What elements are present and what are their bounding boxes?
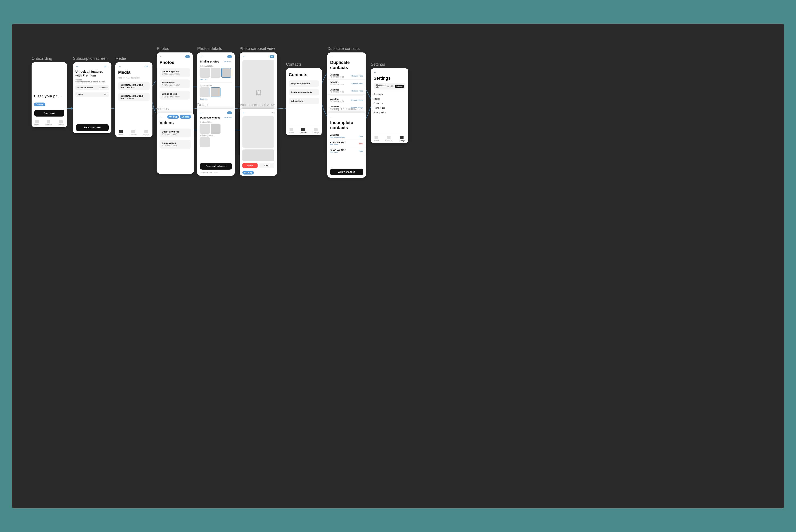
back-arrow[interactable]: ← xyxy=(76,65,79,68)
video-carousel-screen: ← 1/2 Delete Keep On drag xyxy=(240,109,277,176)
contacts-header xyxy=(286,68,322,72)
photos-details-title: Similar photos xyxy=(200,60,219,63)
lifetime-price: $YY xyxy=(104,93,108,95)
nav-settings-item[interactable]: Settings xyxy=(143,130,150,136)
videos-back[interactable]: ← xyxy=(159,115,163,119)
settings-privacy[interactable]: Privacy policy xyxy=(371,110,408,115)
video-carousel-group: Video carousel view ← 1/2 Delete Keep On… xyxy=(240,102,277,176)
photos-screenshots-item[interactable]: Screenshots 3,200 photos, 20 GB xyxy=(159,79,190,88)
carousel-back[interactable]: ← xyxy=(242,55,246,58)
video-carousel-back[interactable]: ← xyxy=(242,111,246,115)
weekly-label: Weekly with free trial xyxy=(77,87,93,89)
photos-back[interactable]: ← xyxy=(159,55,163,58)
nav-contacts-item[interactable]: Contacts xyxy=(130,130,137,136)
contacts-title: Contacts xyxy=(286,72,322,79)
carousel-badge: ↩ xyxy=(270,55,274,58)
dup-contacts-back[interactable]: ← xyxy=(330,55,333,58)
bullet-1: • No ads xyxy=(75,79,109,81)
videos-drag-badge-2: On drag xyxy=(180,115,191,119)
lifetime-label: Lifetime xyxy=(77,93,83,95)
inc-contact-3: +1 234 567 89 03Add name Keep xyxy=(327,147,366,155)
photos-header: ← ↩ xyxy=(157,53,193,60)
contacts-nav-settings[interactable]: Settings xyxy=(312,128,319,134)
subscribe-now-button[interactable]: Subscribe now xyxy=(76,124,109,131)
settings-bottom-nav: Media Contacts Settings xyxy=(371,134,408,143)
videos-drag-badge: On drag xyxy=(167,115,179,119)
subscription-title: Unlock all features with Premium xyxy=(75,70,109,77)
contacts-nav-media[interactable]: Media xyxy=(289,128,294,134)
dup-contact-4: Jane Doe+1 234 567 89 04 Rename Merge xyxy=(327,96,366,104)
onboarding-drag-badge: On drag xyxy=(34,102,45,106)
video-details-badge: ↩ xyxy=(227,111,232,114)
group1-label: Best rec... xyxy=(197,78,235,81)
dup-contact-1: John Doe+1 234 567 89 01 Rename Keep xyxy=(327,72,366,80)
photos-duplicate-item[interactable]: Duplicate photos 3,200 photos, 20 GB xyxy=(159,68,190,77)
settings-share-app[interactable]: Share app xyxy=(371,92,408,97)
start-now-button[interactable]: Start now xyxy=(34,110,64,116)
photos-details-back[interactable]: ← xyxy=(200,55,203,58)
photos-details-label: Photos details xyxy=(197,46,235,51)
media-videos-item[interactable]: Duplicate, similar and blurry videos xyxy=(118,93,150,101)
video-sort[interactable]: Newest first xyxy=(224,117,232,118)
contacts-label: Contacts xyxy=(286,62,322,66)
video-delete-all-button[interactable]: Delete all selected xyxy=(200,163,232,170)
nav-contacts: Contacts xyxy=(45,120,52,126)
settings-terms[interactable]: Terms of use xyxy=(371,106,408,110)
photo-thumb-selected[interactable] xyxy=(221,68,231,78)
settings-rate-us[interactable]: Rate us xyxy=(371,97,408,101)
contacts-screen: Contacts Duplicate contacts Incomplete c… xyxy=(286,68,322,135)
settings-nav-settings[interactable]: Settings xyxy=(399,136,405,141)
media-photos-item[interactable]: Duplicate, similar and blurry photos xyxy=(118,82,150,90)
photo-thumb-4[interactable] xyxy=(211,87,221,97)
onboarding-group: Onboarding Clean your ph... On drag Star… xyxy=(32,56,67,127)
video-details-back[interactable]: ← xyxy=(200,111,203,115)
videos-header: ← On drag On drag xyxy=(157,113,194,120)
settings-nav-media[interactable]: Media xyxy=(374,136,379,141)
media-header: ← Cha... xyxy=(115,62,152,70)
inc-contacts-header: ← xyxy=(327,113,366,120)
nav-media-active[interactable]: Media xyxy=(118,130,124,136)
subscription-change-button[interactable]: Change xyxy=(395,84,404,88)
video-carousel-keep[interactable]: Keep xyxy=(259,163,274,168)
video-carousel-counter: 1/2 xyxy=(272,112,274,114)
settings-title: Settings xyxy=(371,76,408,83)
videos-duplicate-item[interactable]: Duplicate videos 15 videos, 10 GB xyxy=(159,129,191,137)
settings-nav-contacts[interactable]: Contacts xyxy=(385,136,392,141)
contacts-duplicate-item[interactable]: Duplicate contacts xyxy=(289,80,319,87)
videos-title: Videos xyxy=(157,120,194,127)
media-screen: ← Cha... Media 400b out of 128Gb availab… xyxy=(115,62,152,137)
media-title: Media xyxy=(115,70,152,77)
media-bottom-nav: Media Contacts Settings xyxy=(115,128,152,137)
inc-contacts-back[interactable]: ← xyxy=(330,115,333,118)
photos-arrow-badge: ↩ xyxy=(185,55,190,58)
videos-group: Videos ← On drag On drag Videos Duplicat… xyxy=(157,107,194,174)
subscription-label: Subscription screen xyxy=(73,56,111,61)
photo-carousel-label: Photo carousel view xyxy=(240,46,277,51)
photo-thumb-2 xyxy=(211,68,221,78)
contacts-nav-contacts[interactable]: Contacts xyxy=(300,128,307,134)
settings-contact-us[interactable]: Contact us xyxy=(371,101,408,106)
video-details-label: Details xyxy=(197,102,235,107)
close-btn[interactable]: Clo... xyxy=(104,65,109,68)
inc-apply-button[interactable]: Apply changes xyxy=(330,169,363,175)
media-group: Media ← Cha... Media 400b out of 128Gb a… xyxy=(115,56,152,137)
subscription-group: Subscription screen ← Clo... Unlock all … xyxy=(73,56,111,133)
settings-back[interactable]: ← xyxy=(374,71,377,74)
contacts-incomplete-item[interactable]: Incomplete contacts xyxy=(289,89,319,95)
videos-blurry-item[interactable]: Blurry videos 20 videos, 15 GB xyxy=(159,140,191,149)
photos-details-sort[interactable]: Newest fir... xyxy=(224,61,232,62)
videos-label: Videos xyxy=(157,107,194,111)
video-group1: 4 videos (3 G... xyxy=(197,120,235,124)
onboarding-label: Onboarding xyxy=(32,56,67,61)
subscription-plan-value: Weekly xyxy=(387,85,394,87)
video-carousel-header: ← 1/2 xyxy=(240,109,277,116)
photos-similar-item[interactable]: Similar photos 3,200 photos, 30 GB xyxy=(159,91,190,99)
video-details-group: Details ← ↩ Duplicate videos Newest firs… xyxy=(197,102,235,176)
video-thumb-3 xyxy=(200,137,210,147)
video-carousel-delete[interactable]: Delete xyxy=(242,163,258,168)
media-back[interactable]: ← xyxy=(118,65,121,68)
group2-label: Best rec... xyxy=(197,97,235,101)
dup-contact-2: John Doe+1 234 567 89 02 Rename Keep xyxy=(327,80,366,87)
contacts-all-item[interactable]: All contacts xyxy=(289,98,319,104)
media-change[interactable]: Cha... xyxy=(144,65,150,68)
